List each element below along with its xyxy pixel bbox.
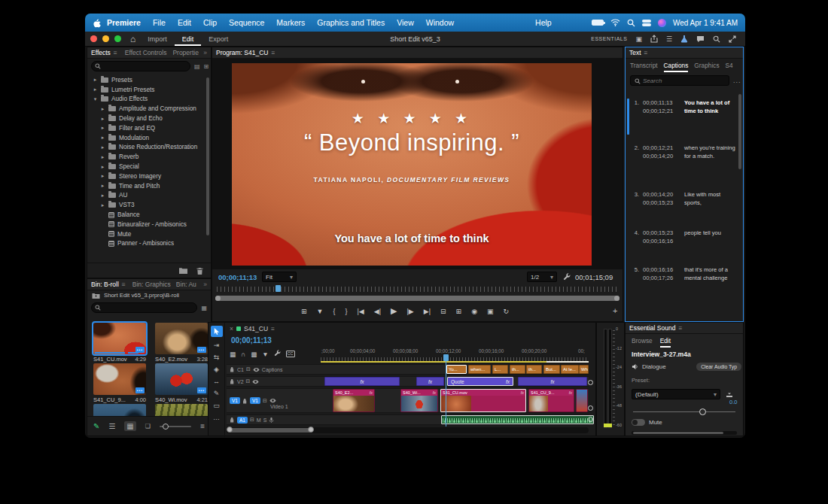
lock-icon[interactable] bbox=[230, 378, 235, 384]
tab-edit[interactable]: Edit bbox=[660, 337, 671, 346]
tree-item-vst3[interactable]: ▸VST3 bbox=[88, 200, 205, 210]
track-id[interactable]: C1 bbox=[237, 367, 244, 372]
text-panel-title[interactable]: Text bbox=[629, 49, 641, 56]
lift-icon[interactable]: ⊟ bbox=[440, 308, 446, 315]
fullscreen-icon[interactable] bbox=[729, 35, 736, 43]
edit-pencil-icon[interactable]: ✎ bbox=[93, 422, 99, 430]
video-clip[interactable]: S40_E2...fx bbox=[333, 389, 375, 412]
thumbnail-view-icon[interactable]: ▦ bbox=[124, 421, 135, 431]
effects-search-input[interactable] bbox=[91, 61, 190, 71]
play-icon[interactable]: ▶ bbox=[391, 306, 397, 316]
wrench-icon[interactable] bbox=[274, 350, 281, 358]
track-badge[interactable]: ⊟ bbox=[250, 417, 254, 423]
menu-item-clip[interactable]: Clip bbox=[197, 18, 223, 27]
bin-clip-partial-5[interactable]: ••• bbox=[155, 404, 208, 416]
twirl-icon[interactable]: ▸ bbox=[100, 135, 105, 141]
tree-item-presets[interactable]: ▸Presets bbox=[88, 75, 205, 85]
list-view-icon[interactable]: ☰ bbox=[108, 422, 115, 430]
nav-edit[interactable]: Edit bbox=[175, 32, 202, 46]
solo-button[interactable]: S bbox=[263, 417, 267, 423]
graphic-clip[interactable]: fx bbox=[416, 377, 444, 386]
go-to-out-icon[interactable]: ▶| bbox=[424, 308, 431, 315]
twirl-icon[interactable]: ▸ bbox=[100, 125, 105, 131]
bin-clip-partial-4[interactable]: ••• bbox=[93, 404, 146, 416]
tree-item-mute[interactable]: Mute bbox=[88, 229, 205, 239]
tab-transcript[interactable]: Transcript bbox=[630, 62, 658, 71]
tab-effects[interactable]: Effects bbox=[91, 49, 111, 56]
bin-clip-S41_CU.mov[interactable]: ••• bbox=[93, 323, 146, 354]
menu-item-graphics-and-titles[interactable]: Graphics and Titles bbox=[311, 18, 391, 27]
program-timecode[interactable]: 00;00;11;13 bbox=[218, 273, 257, 281]
zoom-window-button[interactable] bbox=[114, 35, 121, 42]
caption-clip[interactable]: th... bbox=[526, 365, 542, 374]
caption-clip[interactable]: At le... bbox=[561, 365, 579, 374]
captions-track-label[interactable]: Captions bbox=[262, 367, 283, 372]
mark-out-icon[interactable]: } bbox=[345, 308, 347, 315]
selection-tool[interactable] bbox=[211, 326, 223, 337]
video-clip[interactable]: S41_CU.movfx bbox=[440, 389, 526, 412]
tree-item-balance[interactable]: Balance bbox=[88, 210, 205, 220]
caption-row-2[interactable]: 2.00;00;12;2100;00;14;20when you're trai… bbox=[630, 144, 737, 160]
hand-tool[interactable]: … bbox=[213, 414, 220, 421]
add-button[interactable]: + bbox=[613, 306, 617, 315]
track-enable-a1[interactable]: A1 bbox=[237, 417, 248, 424]
bin-menu-icon[interactable]: ≡ bbox=[200, 422, 205, 430]
tab-bin-graphics[interactable]: Bin: Graphics bbox=[132, 281, 171, 288]
pen-tool[interactable]: ✎ bbox=[214, 390, 220, 397]
captions-icon[interactable]: CC bbox=[286, 351, 295, 357]
caption-text[interactable]: You have a lot of time to think bbox=[684, 99, 737, 115]
tree-item-amplitude-and-compression[interactable]: ▸Amplitude and Compression bbox=[88, 104, 205, 114]
twirl-icon[interactable]: ▸ bbox=[100, 116, 105, 122]
timeline-ruler[interactable]: ;00;0000;00;04;0000;00;08;0000;00;12;000… bbox=[321, 345, 589, 362]
step-back-icon[interactable]: ◀| bbox=[374, 308, 381, 315]
zoom-level-select[interactable]: Fit▾ bbox=[262, 272, 297, 282]
snap-icon[interactable]: ∩ bbox=[241, 351, 245, 358]
twirl-icon[interactable]: ▸ bbox=[100, 144, 105, 150]
tab-properties[interactable]: Propertie bbox=[172, 49, 199, 56]
mark-in-icon[interactable]: { bbox=[333, 308, 335, 315]
comment-icon[interactable] bbox=[696, 35, 705, 43]
track-badge[interactable]: ⊟ bbox=[263, 398, 267, 404]
lock-icon[interactable] bbox=[242, 398, 248, 404]
captions-scrollbar[interactable] bbox=[738, 94, 741, 169]
twirl-icon[interactable]: ▸ bbox=[93, 77, 98, 83]
mute-button[interactable]: M bbox=[257, 417, 261, 423]
nest-icon[interactable]: ▦ bbox=[230, 351, 236, 358]
bin-up-icon[interactable] bbox=[92, 293, 100, 299]
essential-sound-title[interactable]: Essential Sound bbox=[629, 324, 675, 332]
source-patch-v1[interactable]: V1 bbox=[230, 397, 240, 404]
workspace-icon[interactable]: ▣ bbox=[635, 35, 642, 43]
step-forward-icon[interactable]: |▶ bbox=[407, 308, 414, 315]
tab-browse[interactable]: Browse bbox=[632, 337, 653, 346]
twirl-icon[interactable]: ▸ bbox=[100, 154, 105, 160]
tab-bin-audio[interactable]: Bin: Au bbox=[176, 281, 196, 288]
close-window-button[interactable] bbox=[90, 35, 97, 42]
program-scrollbar[interactable] bbox=[215, 296, 619, 301]
audio-clip[interactable] bbox=[441, 415, 594, 424]
track-resize-handle[interactable] bbox=[588, 417, 593, 422]
caption-timecodes[interactable]: 00;00;14;2000;00;15;23 bbox=[643, 190, 680, 207]
preset-select[interactable]: (Default)▾ bbox=[632, 389, 720, 399]
caption-row-3[interactable]: 3.00;00;14;2000;00;15;23Like with most s… bbox=[630, 190, 737, 207]
menu-item-view[interactable]: View bbox=[391, 18, 420, 27]
caption-clip[interactable]: Wh... bbox=[579, 365, 589, 374]
tab-captions[interactable]: Captions bbox=[664, 62, 689, 71]
freeform-view-icon[interactable]: ❏ bbox=[145, 423, 151, 430]
twirl-icon[interactable]: ▸ bbox=[100, 193, 105, 199]
apple-menu-icon[interactable] bbox=[93, 18, 101, 28]
program-title[interactable]: Program: S41_CU bbox=[216, 49, 268, 56]
track-select-tool[interactable]: ⇥ bbox=[214, 342, 220, 349]
es-audio-type[interactable]: Dialogue bbox=[642, 363, 666, 370]
gain-slider[interactable] bbox=[633, 411, 735, 412]
menu-item-sequence[interactable]: Sequence bbox=[223, 18, 270, 27]
timeline-hscrollbar[interactable] bbox=[227, 427, 589, 433]
caption-clip[interactable]: th... bbox=[510, 365, 525, 374]
tree-item-filter-and-eq[interactable]: ▸Filter and EQ bbox=[88, 123, 205, 133]
tree-item-audio-effects[interactable]: ▾Audio Effects bbox=[88, 95, 205, 105]
tree-item-binauralizer-ambisonics[interactable]: Binauralizer - Ambisonics bbox=[88, 220, 205, 229]
graphic-clip[interactable]: Quotefx bbox=[447, 377, 513, 386]
menu-item-premiere[interactable]: Premiere bbox=[101, 18, 147, 27]
menu-item-help[interactable]: Help bbox=[529, 18, 558, 27]
twirl-icon[interactable]: ▸ bbox=[100, 106, 105, 112]
caption-text[interactable]: that it's more of a mental challenge bbox=[684, 266, 737, 282]
